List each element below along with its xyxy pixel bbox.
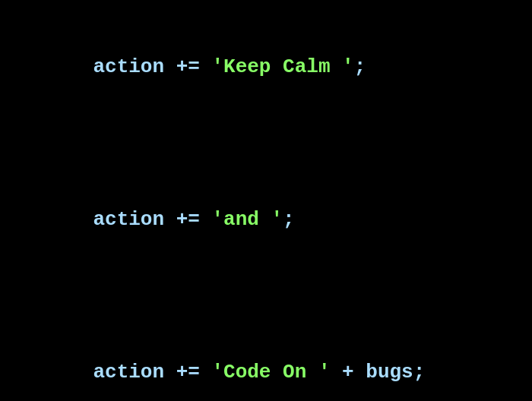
string-code-on: 'Code On ' bbox=[211, 361, 330, 384]
code-line-4: action += 'Keep Calm '; bbox=[15, 21, 425, 112]
code-line-6: action += 'Code On ' + bugs; bbox=[15, 327, 425, 401]
code-action-3: action += bbox=[93, 361, 211, 384]
semicolon-1: ; bbox=[354, 55, 366, 78]
indent-6 bbox=[62, 357, 93, 387]
code-display: let bugs = 10; while (bugs > 0) { let ac… bbox=[0, 0, 440, 401]
indent-5 bbox=[62, 204, 93, 235]
code-text-6: + bugs; bbox=[330, 361, 425, 384]
indent-4 bbox=[62, 52, 93, 82]
code-action-2: action += bbox=[93, 208, 211, 231]
semicolon-2: ; bbox=[283, 208, 295, 231]
string-keep-calm: 'Keep Calm ' bbox=[211, 55, 353, 78]
code-action-1: action += bbox=[93, 55, 211, 78]
code-line-5: action += 'and '; bbox=[15, 174, 425, 266]
string-and: 'and ' bbox=[211, 208, 283, 231]
